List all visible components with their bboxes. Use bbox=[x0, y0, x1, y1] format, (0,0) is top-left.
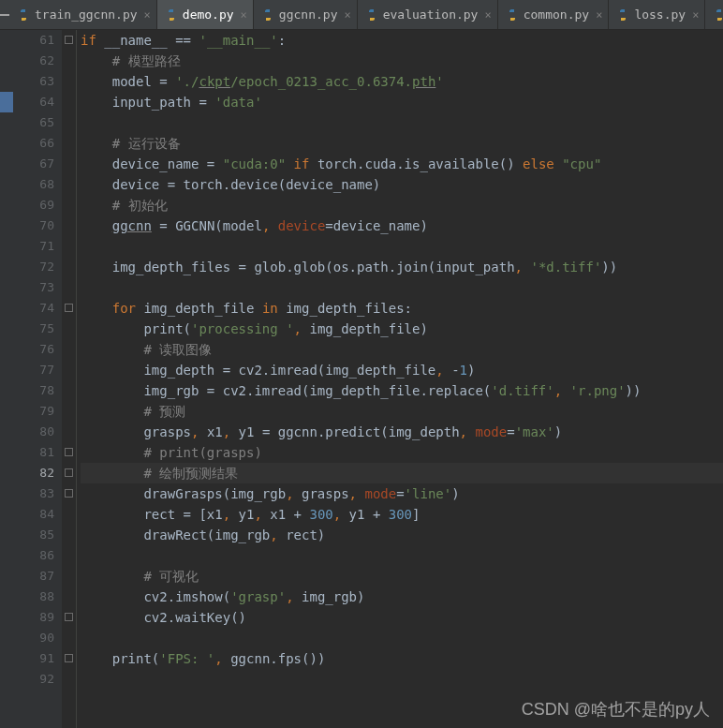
line-number: 76 bbox=[19, 339, 54, 360]
tab-label: loss.py bbox=[634, 7, 686, 22]
code-line[interactable]: # 初始化 bbox=[81, 195, 723, 215]
code-line[interactable]: input_path = 'data' bbox=[81, 92, 723, 112]
line-number: 83 bbox=[19, 483, 54, 504]
code-line[interactable]: ggcnn = GGCNN(model, device=device_name) bbox=[81, 215, 723, 236]
line-number: 62 bbox=[19, 51, 54, 71]
python-file-icon bbox=[506, 8, 519, 22]
fold-handle-icon[interactable] bbox=[65, 654, 73, 662]
line-number: 64 bbox=[19, 92, 54, 112]
code-line[interactable]: for img_depth_file in img_depth_files: bbox=[81, 298, 723, 319]
code-line[interactable] bbox=[81, 628, 723, 648]
code-line[interactable]: img_rgb = cv2.imread(img_depth_file.repl… bbox=[81, 380, 723, 401]
code-line[interactable] bbox=[81, 236, 723, 257]
line-number: 82 bbox=[19, 463, 54, 483]
code-line[interactable]: print('processing ', img_depth_file) bbox=[81, 319, 723, 339]
line-number: 84 bbox=[19, 504, 54, 525]
code-line[interactable]: print('FPS: ', ggcnn.fps()) bbox=[81, 648, 723, 669]
fold-handle-icon[interactable] bbox=[65, 448, 73, 456]
code-line[interactable]: device_name = "cuda:0" if torch.cuda.is_… bbox=[81, 154, 723, 174]
line-number: 77 bbox=[19, 360, 54, 380]
tab-common-py[interactable]: common.py× bbox=[498, 0, 610, 29]
fold-handle-icon[interactable] bbox=[65, 613, 73, 621]
tab-label: train_ggcnn.py bbox=[35, 7, 138, 22]
code-line[interactable]: # 模型路径 bbox=[81, 51, 723, 71]
tab-label: ggcnn.py bbox=[279, 7, 338, 22]
line-number: 69 bbox=[19, 195, 54, 215]
tab-demo-py[interactable]: demo.py× bbox=[157, 0, 254, 29]
code-line[interactable]: cv2.waitKey() bbox=[81, 607, 723, 628]
close-icon[interactable]: × bbox=[594, 8, 602, 22]
line-number: 79 bbox=[19, 401, 54, 422]
fold-handle-icon[interactable] bbox=[65, 489, 73, 498]
code-line[interactable]: img_depth_files = glob.glob(os.path.join… bbox=[81, 257, 723, 277]
svg-rect-0 bbox=[0, 14, 9, 16]
line-number: 67 bbox=[19, 154, 54, 174]
close-icon[interactable]: × bbox=[142, 8, 151, 22]
code-line[interactable]: # 绘制预测结果 bbox=[81, 463, 723, 483]
code-line[interactable]: grasps, x1, y1 = ggcnn.predict(img_depth… bbox=[81, 422, 723, 442]
tab-loss-py[interactable]: loss.py× bbox=[609, 0, 705, 29]
code-line[interactable]: device = torch.device(device_name) bbox=[81, 174, 723, 195]
line-number: 80 bbox=[19, 422, 54, 442]
watermark-text: CSDN @啥也不是的py人 bbox=[522, 698, 710, 721]
bookmark-marker[interactable] bbox=[0, 92, 13, 112]
fold-handle-icon[interactable] bbox=[65, 304, 73, 312]
line-number: 92 bbox=[19, 669, 54, 690]
line-number: 61▶ bbox=[19, 30, 54, 51]
close-icon[interactable]: × bbox=[239, 8, 247, 22]
code-line[interactable] bbox=[81, 112, 723, 133]
code-line[interactable]: model = './ckpt/epoch_0213_acc_0.6374.pt… bbox=[81, 71, 723, 92]
tab-train_ggcnn-py[interactable]: train_ggcnn.py× bbox=[9, 0, 157, 29]
line-number: 68 bbox=[19, 174, 54, 195]
python-file-icon bbox=[365, 8, 378, 22]
line-number: 86 bbox=[19, 545, 54, 566]
code-line[interactable] bbox=[81, 545, 723, 566]
code-line[interactable]: cv2.imshow('grasp', img_rgb) bbox=[81, 587, 723, 607]
tab-label: demo.py bbox=[183, 7, 234, 22]
code-editor[interactable]: 61▶6263646566676869707172737475767778798… bbox=[0, 30, 723, 728]
close-icon[interactable]: × bbox=[482, 8, 491, 22]
line-number: 89 bbox=[19, 607, 54, 628]
line-number: 72 bbox=[19, 257, 54, 277]
fold-gutter[interactable] bbox=[62, 30, 77, 728]
code-line[interactable]: # 运行设备 bbox=[81, 133, 723, 154]
line-number: 78 bbox=[19, 380, 54, 401]
code-line[interactable]: # 预测 bbox=[81, 401, 723, 422]
code-line[interactable]: if __name__ == '__main__': bbox=[81, 30, 723, 51]
code-line[interactable]: # 读取图像 bbox=[81, 339, 723, 360]
close-icon[interactable]: × bbox=[690, 8, 699, 22]
code-line[interactable] bbox=[81, 669, 723, 690]
fold-handle-icon[interactable] bbox=[65, 468, 73, 477]
code-line[interactable]: rect = [x1, y1, x1 + 300, y1 + 300] bbox=[81, 504, 723, 525]
code-area[interactable]: if __name__ == '__main__': # 模型路径 model … bbox=[77, 30, 723, 728]
close-icon[interactable]: × bbox=[342, 8, 350, 22]
code-line[interactable]: drawGrasps(img_rgb, grasps, mode='line') bbox=[81, 483, 723, 504]
line-number: 63 bbox=[19, 71, 54, 92]
code-line[interactable]: # 可视化 bbox=[81, 566, 723, 587]
code-line[interactable]: # print(grasps) bbox=[81, 442, 723, 463]
line-number: 88 bbox=[19, 587, 54, 607]
tab-bar: train_ggcnn.py×demo.py×ggcnn.py×evaluati… bbox=[0, 0, 723, 30]
code-line[interactable]: img_depth = cv2.imread(img_depth_file, -… bbox=[81, 360, 723, 380]
tab-grasp_da[interactable]: grasp_da× bbox=[705, 0, 723, 29]
line-number: 65 bbox=[19, 112, 54, 133]
python-file-icon bbox=[713, 8, 723, 22]
line-number: 81 bbox=[19, 442, 54, 463]
line-number: 87 bbox=[19, 566, 54, 587]
code-line[interactable]: drawRect(img_rgb, rect) bbox=[81, 525, 723, 545]
code-line[interactable] bbox=[81, 277, 723, 298]
tab-ggcnn-py[interactable]: ggcnn.py× bbox=[254, 0, 358, 29]
fold-handle-icon[interactable] bbox=[65, 36, 73, 44]
line-number: 85 bbox=[19, 525, 54, 545]
tab-label: common.py bbox=[524, 7, 589, 22]
line-number: 71 bbox=[19, 236, 54, 257]
python-file-icon bbox=[616, 8, 629, 22]
python-file-icon bbox=[261, 8, 274, 22]
tab-evaluation-py[interactable]: evaluation.py× bbox=[358, 0, 498, 29]
line-number-gutter: 61▶6263646566676869707172737475767778798… bbox=[19, 30, 62, 728]
line-number: 75 bbox=[19, 319, 54, 339]
tabbar-prev-icon[interactable] bbox=[0, 0, 9, 29]
python-file-icon bbox=[165, 8, 178, 22]
annotation-strip bbox=[0, 30, 19, 728]
python-file-icon bbox=[17, 8, 30, 22]
